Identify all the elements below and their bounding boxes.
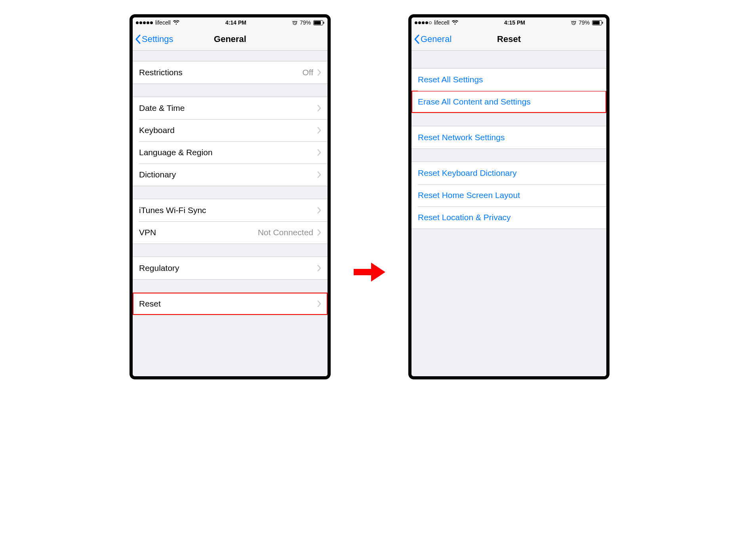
settings-group: Reset	[133, 292, 328, 315]
carrier-label: lifecell	[155, 19, 171, 26]
settings-group: Reset All SettingsErase All Content and …	[411, 68, 606, 113]
chevron-right-icon	[317, 69, 321, 76]
settings-group: Regulatory	[133, 257, 328, 280]
back-button[interactable]: General	[414, 34, 451, 44]
settings-group: Reset Network Settings	[411, 126, 606, 149]
svg-rect-2	[314, 21, 321, 25]
row-reset-network-settings[interactable]: Reset Network Settings	[411, 126, 606, 149]
row-keyboard[interactable]: Keyboard	[133, 119, 328, 141]
row-dictionary[interactable]: Dictionary	[133, 164, 328, 186]
row-label: Dictionary	[139, 170, 317, 179]
row-reset-home-screen-layout[interactable]: Reset Home Screen Layout	[411, 184, 606, 206]
back-label: Settings	[142, 34, 173, 44]
row-language-region[interactable]: Language & Region	[133, 141, 328, 164]
row-value: Off	[302, 67, 313, 77]
chevron-right-icon	[317, 149, 321, 156]
row-date-time[interactable]: Date & Time	[133, 97, 328, 119]
row-label: Reset Network Settings	[418, 132, 600, 142]
row-regulatory[interactable]: Regulatory	[133, 257, 328, 279]
settings-group: iTunes Wi-Fi SyncVPNNot Connected	[133, 199, 328, 244]
arrow-right-icon	[353, 260, 386, 284]
signal-icon	[415, 21, 432, 24]
row-label: Reset Home Screen Layout	[418, 190, 600, 200]
status-bar: lifecell 4:15 PM 79%	[411, 17, 606, 29]
wifi-icon	[173, 20, 179, 25]
row-label: Language & Region	[139, 147, 317, 157]
chevron-right-icon	[317, 171, 321, 178]
row-reset-keyboard-dictionary[interactable]: Reset Keyboard Dictionary	[411, 162, 606, 184]
back-label: General	[421, 34, 451, 44]
row-label: Date & Time	[139, 103, 317, 113]
row-reset-location-privacy[interactable]: Reset Location & Privacy	[411, 206, 606, 229]
row-label: Regulatory	[139, 263, 317, 273]
row-itunes-wi-fi-sync[interactable]: iTunes Wi-Fi Sync	[133, 199, 328, 221]
row-label: iTunes Wi-Fi Sync	[139, 205, 317, 215]
settings-group: Reset Keyboard DictionaryReset Home Scre…	[411, 162, 606, 229]
back-button[interactable]: Settings	[135, 34, 173, 44]
row-label: Reset All Settings	[418, 74, 600, 84]
settings-list: RestrictionsOffDate & TimeKeyboardLangua…	[133, 51, 328, 376]
chevron-right-icon	[317, 105, 321, 112]
chevron-right-icon	[317, 127, 321, 134]
row-label: Restrictions	[139, 67, 302, 77]
alarm-icon	[571, 20, 576, 25]
row-label: Reset Keyboard Dictionary	[418, 168, 600, 178]
battery-icon	[592, 20, 603, 25]
battery-icon	[313, 20, 324, 25]
wifi-icon	[452, 20, 458, 25]
row-reset[interactable]: Reset	[133, 293, 328, 315]
phone-reset: lifecell 4:15 PM 79% Ge	[408, 14, 609, 379]
status-bar: lifecell 4:14 PM 79%	[133, 17, 328, 29]
chevron-left-icon	[135, 34, 141, 44]
battery-percent-label: 79%	[300, 19, 311, 26]
battery-percent-label: 79%	[579, 19, 590, 26]
chevron-right-icon	[317, 207, 321, 214]
row-label: Erase All Content and Settings	[418, 97, 600, 107]
row-restrictions[interactable]: RestrictionsOff	[133, 61, 328, 84]
row-erase-all-content-and-settings[interactable]: Erase All Content and Settings	[411, 91, 606, 113]
settings-list: Reset All SettingsErase All Content and …	[411, 51, 606, 376]
chevron-left-icon	[414, 34, 420, 44]
row-label: Reset	[139, 299, 317, 309]
phone-general: lifecell 4:14 PM 79% Se	[130, 14, 331, 379]
svg-rect-3	[323, 22, 324, 24]
row-vpn[interactable]: VPNNot Connected	[133, 221, 328, 244]
nav-bar: Settings General	[133, 29, 328, 51]
row-value: Not Connected	[258, 227, 313, 237]
row-reset-all-settings[interactable]: Reset All Settings	[411, 69, 606, 91]
row-label: VPN	[139, 227, 258, 237]
alarm-icon	[292, 20, 297, 25]
clock-label: 4:15 PM	[504, 19, 525, 26]
clock-label: 4:14 PM	[225, 19, 246, 26]
settings-group: Date & TimeKeyboardLanguage & RegionDict…	[133, 97, 328, 186]
settings-group: RestrictionsOff	[133, 61, 328, 84]
nav-bar: General Reset	[411, 29, 606, 51]
svg-rect-6	[593, 21, 600, 25]
chevron-right-icon	[317, 229, 321, 236]
row-label: Keyboard	[139, 125, 317, 135]
chevron-right-icon	[317, 300, 321, 307]
chevron-right-icon	[317, 265, 321, 272]
signal-icon	[136, 21, 153, 24]
row-label: Reset Location & Privacy	[418, 212, 600, 222]
svg-rect-7	[602, 22, 603, 24]
carrier-label: lifecell	[434, 19, 449, 26]
